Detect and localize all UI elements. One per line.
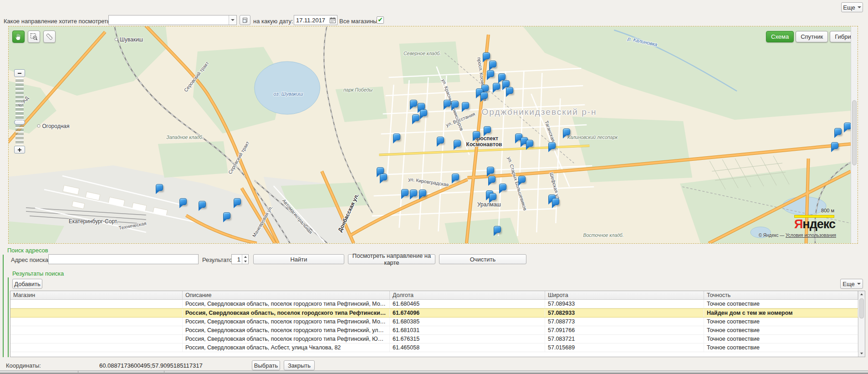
- map-placemark-icon[interactable]: [234, 198, 241, 205]
- more-button-top[interactable]: Еще: [841, 2, 863, 12]
- add-button[interactable]: Добавить: [12, 279, 42, 289]
- map-placemark-icon[interactable]: [199, 201, 206, 208]
- table-cell: 61.680385: [390, 318, 545, 326]
- map-placemark-icon[interactable]: [377, 167, 384, 174]
- map-placemark-icon[interactable]: [223, 212, 230, 219]
- map-placemark-icon[interactable]: [412, 114, 419, 121]
- bottom-strip-divider: [164, 371, 164, 374]
- map-placemark-icon[interactable]: [831, 142, 838, 149]
- table-row[interactable]: Россия, Свердловская область, поселок го…: [10, 318, 858, 326]
- map-type-button[interactable]: Спутник: [796, 31, 828, 42]
- column-header[interactable]: Магазин: [10, 291, 183, 299]
- zoom-slider-track[interactable]: [15, 78, 24, 144]
- calendar-icon[interactable]: [329, 17, 336, 24]
- map-placemark-icon[interactable]: [548, 142, 556, 149]
- direction-dropdown-button[interactable]: [229, 15, 236, 25]
- map-placemark-icon[interactable]: [499, 184, 506, 190]
- pan-tool-button[interactable]: [12, 31, 25, 43]
- all-stores-checkbox[interactable]: ✔: [377, 16, 384, 24]
- map-type-button[interactable]: Гибрид: [830, 31, 851, 42]
- direction-input[interactable]: [109, 15, 229, 25]
- map-placemark-icon[interactable]: [380, 174, 387, 180]
- map-placemark-icon[interactable]: [480, 92, 488, 99]
- map-placemark-icon[interactable]: [437, 137, 444, 143]
- table-scrollbar-thumb[interactable]: [859, 298, 864, 318]
- address-field[interactable]: [48, 254, 199, 264]
- map-placemark-icon[interactable]: [483, 52, 490, 59]
- map-type-button[interactable]: Схема: [766, 31, 794, 42]
- map-placemark-icon[interactable]: [444, 100, 451, 107]
- map-placemark-icon[interactable]: [834, 128, 842, 135]
- map-placemark-icon[interactable]: [410, 100, 417, 107]
- ruler-tool-button[interactable]: [43, 31, 56, 43]
- map-placemark-icon[interactable]: [493, 83, 500, 90]
- scroll-down-button[interactable]: [858, 350, 865, 357]
- map-placemark-icon[interactable]: [484, 126, 491, 133]
- zoom-select-tool-button[interactable]: [28, 31, 40, 43]
- map-placemark-icon[interactable]: [156, 184, 163, 191]
- select-button[interactable]: Выбрать: [252, 360, 280, 370]
- map-placemark-icon[interactable]: [462, 102, 469, 109]
- terms-link[interactable]: Условия использования: [786, 233, 836, 238]
- table-row[interactable]: Россия, Свердловская область, поселок го…: [10, 300, 858, 308]
- map-placemark-icon[interactable]: [489, 193, 496, 200]
- map-placemark-icon[interactable]: [454, 140, 461, 147]
- table-cell: [10, 309, 183, 317]
- map-placemark-icon[interactable]: [419, 190, 426, 196]
- map-placemark-icon[interactable]: [487, 70, 494, 77]
- find-button[interactable]: Найти: [253, 254, 344, 264]
- column-header[interactable]: Точность: [704, 291, 858, 299]
- more-button-results[interactable]: Еще: [840, 279, 863, 289]
- map-placemark-icon[interactable]: [844, 123, 851, 129]
- table-row[interactable]: Россия, Свердловская область, поселок го…: [10, 335, 858, 343]
- table-row[interactable]: Россия, Свердловская область, поселок го…: [10, 326, 858, 335]
- direction-combobox[interactable]: [108, 15, 237, 25]
- map-placemark-icon[interactable]: [401, 189, 408, 196]
- date-input[interactable]: [294, 15, 329, 25]
- map-placemark-icon[interactable]: [552, 198, 559, 205]
- date-field[interactable]: [294, 15, 337, 25]
- map-canvas[interactable]: ШувакишОгороднаяоз. Шувакишр. Калиновкап…: [9, 26, 851, 243]
- map-placemark-icon[interactable]: [487, 167, 494, 174]
- map-placemark-icon[interactable]: [488, 176, 495, 183]
- map-placemark-icon[interactable]: [494, 226, 501, 233]
- search-section-title: Поиск адресов: [7, 247, 48, 254]
- scroll-up-button[interactable]: [858, 291, 865, 297]
- map-placemark-icon[interactable]: [489, 61, 496, 67]
- map-placemark-icon[interactable]: [502, 80, 510, 87]
- map-placemark-icon[interactable]: [518, 176, 526, 183]
- direction-open-button[interactable]: [240, 15, 250, 25]
- map-placemark-icon[interactable]: [563, 128, 570, 135]
- map-placemark-icon[interactable]: [451, 101, 459, 108]
- zoom-slider-thumb[interactable]: [14, 120, 25, 125]
- map-placemark-icon[interactable]: [498, 73, 505, 80]
- table-row[interactable]: Россия, Свердловская область, Асбест, ул…: [10, 343, 858, 352]
- map-placemark-icon[interactable]: [418, 103, 425, 110]
- map-placemark-icon[interactable]: [526, 140, 533, 147]
- show-direction-button[interactable]: Посмотреть направление на карте: [348, 254, 435, 264]
- table-vertical-scrollbar[interactable]: [858, 291, 865, 357]
- map-placemark-icon[interactable]: [420, 109, 427, 116]
- spinner-down-button[interactable]: [242, 259, 248, 264]
- map-placemark-icon[interactable]: [393, 133, 400, 140]
- clear-button[interactable]: Очистить: [439, 254, 526, 264]
- close-button[interactable]: Закрыть: [284, 360, 315, 370]
- map-placemark-icon[interactable]: [506, 87, 513, 94]
- map-placemark-icon[interactable]: [473, 131, 480, 138]
- results-count-spinner[interactable]: 1: [231, 254, 249, 264]
- map-placemark-icon[interactable]: [179, 198, 187, 205]
- column-header[interactable]: Долгота: [390, 291, 545, 299]
- results-section-title: Результаты поиска: [12, 270, 64, 277]
- column-header[interactable]: Описание: [183, 291, 390, 299]
- map-scrollbar-thumb[interactable]: [852, 100, 857, 165]
- map-placemark-icon[interactable]: [410, 190, 417, 196]
- address-input[interactable]: [49, 255, 198, 264]
- spinner-up-button[interactable]: [242, 255, 248, 259]
- zoom-in-button[interactable]: [14, 146, 25, 154]
- zoom-out-button[interactable]: [14, 69, 25, 77]
- column-header[interactable]: Широта: [545, 291, 704, 299]
- map-placemark-icon[interactable]: [452, 174, 459, 180]
- map-vertical-scrollbar[interactable]: [851, 26, 858, 243]
- table-row[interactable]: Россия, Свердловская область, поселок го…: [10, 308, 858, 318]
- bottom-strip: [0, 370, 868, 374]
